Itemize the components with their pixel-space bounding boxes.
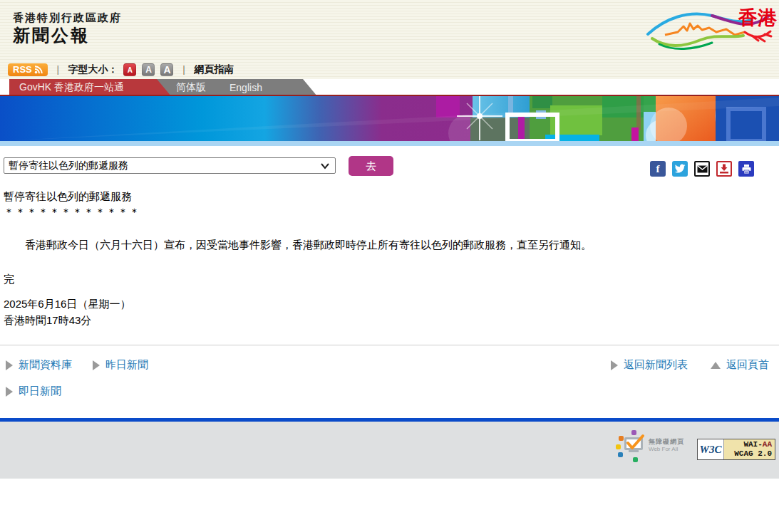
share-buttons: f [650, 161, 754, 177]
article-star-divider: ＊＊＊＊＊＊＊＊＊＊＊＊ [4, 206, 140, 219]
article-body: 香港郵政今日（六月十六日）宣布，因受當地事件影響，香港郵政即時停止所有寄往以色列… [4, 236, 773, 253]
web-for-all-logo[interactable]: 無障礙網頁 Web For All [616, 429, 684, 463]
twitter-icon[interactable] [672, 161, 688, 177]
link-back-to-top[interactable]: 返回頁首 [711, 358, 769, 372]
w3c-logo: W3C [698, 439, 723, 459]
banner-bottom-strip [0, 141, 779, 146]
font-size-large-button[interactable]: A [160, 63, 173, 76]
separator: ｜ [179, 63, 188, 76]
site-title: 新聞公報 [13, 24, 90, 47]
arrow-right-icon [93, 360, 100, 370]
link-news-archive[interactable]: 新聞資料庫 [6, 358, 72, 372]
chevron-down-icon [321, 162, 329, 169]
page-header: 香港特別行政區政府 新聞公報 香港 RSS ｜ 字型大小： A A A [0, 0, 779, 79]
wai-aa-label: AA [763, 440, 772, 449]
article-title: 暫停寄往以色列的郵遞服務 [4, 190, 132, 204]
brand-ribbon-icon: 香港 [644, 3, 777, 54]
link-back-to-news-list[interactable]: 返回新聞列表 [611, 358, 688, 372]
brand-hongkong-logo: 香港 [644, 3, 777, 54]
article-date: 2025年6月16日（星期一） [4, 298, 130, 311]
tab-simplified-chinese[interactable]: 简体版 [176, 79, 206, 96]
article-time: 香港時間17時43分 [4, 314, 91, 328]
arrow-up-icon [711, 362, 721, 369]
rss-button[interactable]: RSS [8, 63, 48, 76]
decorative-banner [0, 95, 779, 141]
content-divider [0, 345, 779, 345]
download-icon[interactable] [716, 161, 732, 177]
tab-govhk[interactable]: GovHK 香港政府一站通 [9, 79, 171, 96]
font-size-small-button[interactable]: A [123, 63, 136, 76]
separator: ｜ [53, 63, 63, 76]
tab-english[interactable]: English [229, 79, 262, 96]
news-select[interactable]: 暫停寄往以色列的郵遞服務 [4, 157, 336, 174]
link-label: 新聞資料庫 [19, 358, 72, 372]
rss-label: RSS [13, 64, 32, 75]
link-today-news[interactable]: 即日新聞 [6, 385, 61, 398]
wai-label: WAI- [743, 440, 762, 449]
font-size-label: 字型大小： [68, 63, 118, 76]
brand-text: 香港 [738, 7, 777, 28]
link-label: 返回頁首 [726, 358, 769, 372]
banner-graphic [0, 96, 779, 141]
wcag-labels: WAI-AA WCAG 2.0 [723, 439, 775, 459]
language-tabs: 简体版 English GovHK 香港政府一站通 [0, 79, 779, 96]
link-label: 返回新聞列表 [624, 358, 688, 372]
link-label: 即日新聞 [19, 385, 61, 398]
print-icon[interactable] [738, 161, 754, 177]
rss-feed-icon [34, 66, 43, 74]
government-title: 香港特別行政區政府 [13, 11, 122, 25]
web-for-all-icon [616, 429, 647, 463]
utility-bar: RSS ｜ 字型大小： A A A ｜ 網頁指南 [8, 63, 234, 77]
email-icon[interactable] [694, 161, 710, 177]
arrow-right-icon [611, 360, 618, 370]
article-end-mark: 完 [4, 273, 14, 286]
wfa-english-label: Web For All [649, 446, 678, 452]
wcag-badge[interactable]: W3C WAI-AA WCAG 2.0 [697, 439, 775, 460]
link-label: 昨日新聞 [105, 358, 148, 372]
wcag-version-label: WCAG 2.0 [734, 449, 772, 459]
site-guide-link[interactable]: 網頁指南 [194, 63, 234, 76]
arrow-right-icon [6, 360, 13, 370]
facebook-icon[interactable]: f [650, 161, 666, 177]
link-yesterday-news[interactable]: 昨日新聞 [93, 358, 148, 372]
font-size-medium-button[interactable]: A [142, 63, 155, 76]
arrow-right-icon [6, 387, 13, 397]
go-button[interactable]: 去 [349, 156, 393, 176]
news-select-value: 暫停寄往以色列的郵遞服務 [9, 160, 128, 172]
